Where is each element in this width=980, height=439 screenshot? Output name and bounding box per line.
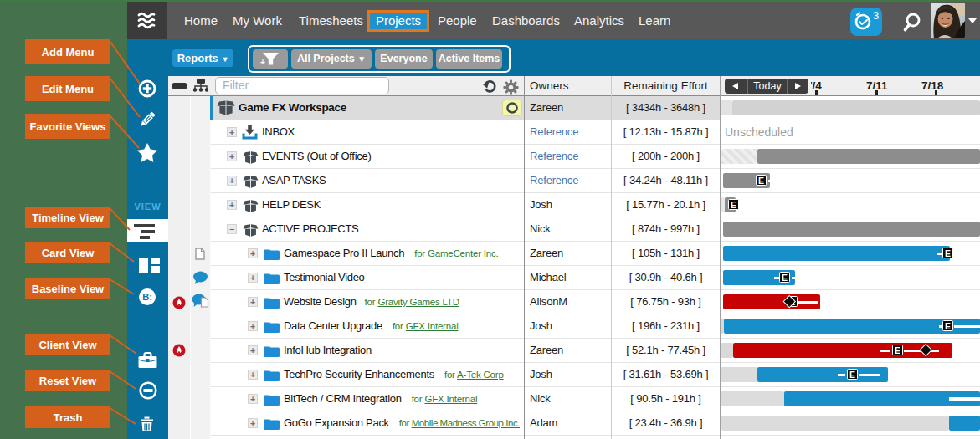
svg-text:+: + [260, 58, 265, 67]
svg-text:3: 3 [873, 9, 879, 22]
